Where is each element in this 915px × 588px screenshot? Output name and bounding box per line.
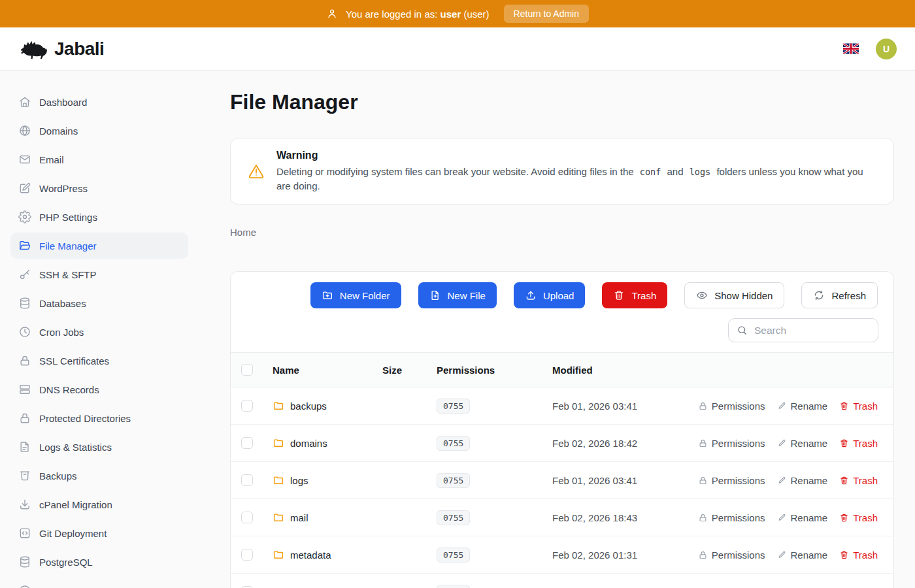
- sidebar-item-databases[interactable]: Databases: [10, 290, 188, 316]
- sidebar-item-label: Protected Directories: [39, 413, 131, 424]
- language-flag-icon[interactable]: [843, 43, 859, 54]
- return-to-admin-button[interactable]: Return to Admin: [504, 5, 589, 23]
- sidebar-item-email[interactable]: Email: [10, 146, 188, 172]
- permissions-action[interactable]: Permissions: [698, 475, 765, 486]
- rename-action[interactable]: Rename: [777, 475, 828, 486]
- sidebar-item-logs-statistics[interactable]: Logs & Statistics: [10, 434, 188, 460]
- new-folder-label: New Folder: [340, 290, 390, 301]
- warning-alert: Warning Deleting or modifying system fil…: [230, 138, 894, 204]
- modified-cell: Feb 01, 2026 03:41: [552, 475, 698, 486]
- refresh-icon: [813, 289, 825, 301]
- sidebar-item-cpanel-migration[interactable]: cPanel Migration: [10, 491, 188, 517]
- sidebar-item-backups[interactable]: Backups: [10, 463, 188, 489]
- trash-action[interactable]: Trash: [839, 438, 878, 449]
- impersonation-banner: You are logged in as: user (user) Return…: [0, 0, 915, 27]
- logged-in-role: (user): [463, 8, 489, 20]
- new-file-button[interactable]: New File: [418, 282, 497, 308]
- trash-action[interactable]: Trash: [839, 400, 878, 412]
- breadcrumb-home[interactable]: Home: [230, 227, 256, 238]
- rename-action[interactable]: Rename: [777, 400, 828, 412]
- database-icon: [18, 555, 31, 568]
- row-checkbox[interactable]: [241, 549, 253, 561]
- app-header: Jabali U: [0, 27, 915, 71]
- trash-button[interactable]: Trash: [602, 282, 667, 308]
- trash-action[interactable]: Trash: [839, 512, 878, 523]
- lock-icon: [698, 550, 708, 560]
- row-checkbox[interactable]: [241, 512, 253, 523]
- row-checkbox[interactable]: [241, 437, 253, 449]
- file-name-link[interactable]: metadata: [290, 549, 331, 561]
- permissions-badge: 0755: [437, 585, 470, 588]
- folder-icon: [273, 549, 284, 561]
- sidebar-item-label: Databases: [39, 298, 86, 309]
- sidebar-item-label: cPanel Migration: [39, 499, 112, 510]
- table-row: 0755 Permissions Rename Trash: [231, 574, 893, 588]
- folder-icon: [273, 474, 284, 486]
- show-hidden-button[interactable]: Show Hidden: [684, 282, 784, 308]
- permissions-action[interactable]: Permissions: [698, 549, 765, 561]
- file-toolbar: New Folder New File Upload Trash Show Hi…: [231, 272, 893, 308]
- code-icon: [18, 527, 31, 540]
- sidebar-item-wordpress[interactable]: WordPress: [10, 175, 188, 201]
- column-header-size: Size: [382, 365, 437, 376]
- refresh-button[interactable]: Refresh: [801, 282, 878, 308]
- warning-title: Warning: [276, 150, 876, 161]
- sidebar-item-cron-jobs[interactable]: Cron Jobs: [10, 319, 188, 345]
- warning-text-before: Deleting or modifying system files can b…: [276, 166, 634, 177]
- modified-cell: Feb 02, 2026 01:31: [552, 549, 698, 561]
- search-input[interactable]: [728, 318, 878, 342]
- file-name-link[interactable]: mail: [290, 512, 308, 523]
- sidebar-item-dns-records[interactable]: DNS Records: [10, 376, 188, 402]
- page-title: File Manager: [230, 90, 894, 114]
- trash-icon: [839, 550, 849, 560]
- modified-cell: Feb 01, 2026 03:41: [552, 400, 698, 412]
- sidebar-item-ssh-sftp[interactable]: SSH & SFTP: [10, 261, 188, 287]
- sidebar-item-git-deployment[interactable]: Git Deployment: [10, 520, 188, 546]
- sidebar-item-label: SSL Certificates: [39, 355, 109, 367]
- trash-action[interactable]: Trash: [839, 475, 878, 486]
- new-folder-button[interactable]: New Folder: [310, 282, 401, 308]
- permissions-badge: 0755: [437, 510, 470, 525]
- row-checkbox[interactable]: [241, 474, 253, 486]
- sidebar-item-label: Backups: [39, 470, 77, 482]
- warning-text: Deleting or modifying system files can b…: [276, 165, 876, 193]
- permissions-badge: 0755: [437, 399, 470, 414]
- permissions-action[interactable]: Permissions: [698, 400, 765, 412]
- sidebar-item-ssl-certificates[interactable]: SSL Certificates: [10, 348, 188, 374]
- permissions-badge: 0755: [437, 547, 470, 563]
- sidebar-item-partial[interactable]: [10, 578, 188, 588]
- user-avatar[interactable]: U: [876, 39, 897, 59]
- permissions-action[interactable]: Permissions: [698, 512, 765, 523]
- sidebar-item-php-settings[interactable]: PHP Settings: [10, 204, 188, 230]
- gear-icon: [18, 210, 31, 223]
- column-header-modified: Modified: [552, 365, 878, 376]
- rename-action[interactable]: Rename: [777, 549, 828, 561]
- row-checkbox[interactable]: [241, 400, 253, 412]
- brand-name: Jabali: [54, 39, 104, 59]
- sidebar-item-label: Git Deployment: [39, 528, 107, 539]
- boar-logo-icon: [18, 38, 48, 60]
- upload-button[interactable]: Upload: [514, 282, 586, 308]
- sidebar-item-protected-directories[interactable]: Protected Directories: [10, 405, 188, 431]
- pencil-square-icon: [18, 182, 31, 195]
- search-row: [231, 308, 893, 352]
- file-name-link[interactable]: logs: [290, 475, 308, 486]
- warning-triangle-icon: [248, 163, 265, 180]
- select-all-checkbox[interactable]: [241, 364, 253, 376]
- brand-logo[interactable]: Jabali: [18, 38, 104, 60]
- pencil-icon: [777, 401, 787, 411]
- logged-in-prefix: You are logged in as:: [346, 8, 437, 20]
- file-name-link[interactable]: backups: [290, 400, 327, 412]
- new-file-label: New File: [448, 290, 486, 301]
- rename-action[interactable]: Rename: [777, 512, 828, 523]
- sidebar-item-postgresql[interactable]: PostgreSQL: [10, 549, 188, 575]
- trash-action[interactable]: Trash: [839, 549, 878, 561]
- rename-action[interactable]: Rename: [777, 438, 828, 449]
- sidebar-item-file-manager[interactable]: File Manager: [10, 233, 188, 259]
- sidebar-item-domains[interactable]: Domains: [10, 118, 188, 144]
- file-name-link[interactable]: domains: [290, 438, 327, 449]
- sidebar-item-dashboard[interactable]: Dashboard: [10, 89, 188, 115]
- globe-icon: [18, 124, 31, 137]
- permissions-action[interactable]: Permissions: [698, 438, 765, 449]
- document-icon: [18, 440, 31, 453]
